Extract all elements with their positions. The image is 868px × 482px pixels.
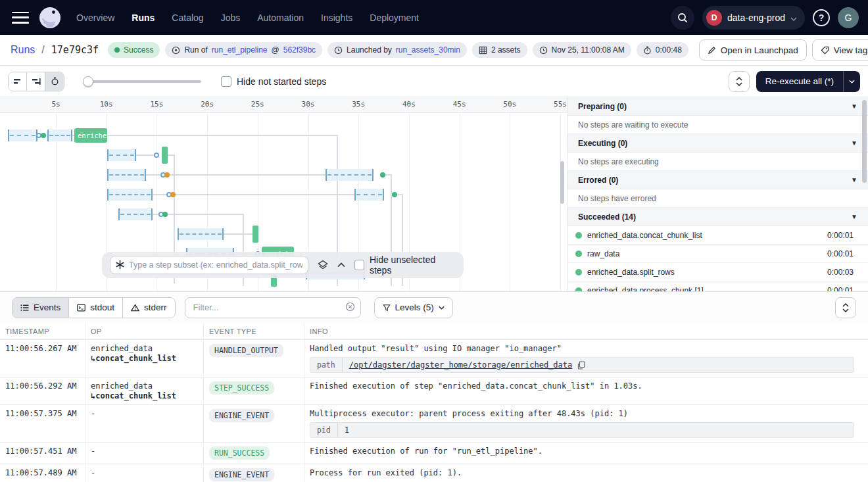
duration-tag: 0:00:48 xyxy=(637,42,688,58)
gantt-orange-dot xyxy=(164,172,170,178)
section-preparing[interactable]: Preparing (0) ▼ xyxy=(567,97,868,116)
tab-stderr[interactable]: stderr xyxy=(123,298,175,318)
event-log-row[interactable]: 11:00:56.267 AM enriched_data ↳concat_ch… xyxy=(0,340,868,377)
nav-item-overview[interactable]: Overview xyxy=(76,12,114,23)
op-parent: - xyxy=(91,468,198,477)
gantt-green-dot xyxy=(380,172,385,178)
nav-item-catalog[interactable]: Catalog xyxy=(172,12,203,23)
run-duration: 0:00:48 xyxy=(656,45,682,55)
hide-not-started-checkbox-row[interactable]: Hide not started steps xyxy=(221,76,326,87)
gantt-pending-bar[interactable] xyxy=(107,189,153,201)
event-info-text: Finished execution of run for "run_etl_p… xyxy=(310,446,863,456)
op-selector-icon xyxy=(115,260,125,272)
collapse-overlay-icon[interactable] xyxy=(337,262,345,268)
scroll-jump-button[interactable] xyxy=(835,297,856,318)
step-row[interactable]: enriched_data.concat_chunk_list 0:00:01 xyxy=(567,226,868,245)
section-title: Errored (0) xyxy=(578,176,618,185)
gantt-chart: 5s10s15s20s25s30s35s40s45s50s55s enriche… xyxy=(0,97,567,291)
gantt-step-bar[interactable] xyxy=(253,226,258,243)
hide-unselected-checkbox[interactable] xyxy=(354,260,364,270)
search-button[interactable] xyxy=(671,6,694,30)
event-log-row[interactable]: 11:00:57.451 AM - RUN_SUCCESS Finished e… xyxy=(0,443,868,464)
view-mode-timed-button[interactable] xyxy=(45,72,64,91)
assets-tag[interactable]: 2 assets xyxy=(472,42,527,58)
chevron-down-icon: ▼ xyxy=(851,213,857,220)
copy-icon[interactable] xyxy=(577,361,585,370)
nav-item-automation[interactable]: Automation xyxy=(257,12,304,23)
open-in-launchpad-button[interactable]: Open in Launchpad xyxy=(699,39,807,60)
event-type-cell: ENGINE_EVENT xyxy=(204,405,304,442)
gantt-pending-bar[interactable] xyxy=(354,189,384,201)
reexecute-all-button[interactable]: Re-execute all (*) xyxy=(756,71,860,92)
tab-events[interactable]: Events xyxy=(12,298,69,318)
user-avatar[interactable]: G xyxy=(838,7,859,28)
gantt-zoom-slider[interactable] xyxy=(83,76,201,87)
view-mode-flat-button[interactable] xyxy=(9,72,27,91)
panel-scrollbar-thumb[interactable] xyxy=(862,100,867,183)
event-log-row[interactable]: 11:00:57.489 AM - ENGINE_EVENT Process f… xyxy=(0,464,868,482)
breadcrumb-separator: / xyxy=(41,44,44,56)
gantt-pending-bar[interactable] xyxy=(118,208,153,220)
reexecute-menu-caret[interactable] xyxy=(843,71,860,92)
step-name: enriched_data.split_rows xyxy=(587,268,822,277)
nav-item-insights[interactable]: Insights xyxy=(321,12,352,23)
success-dot-icon xyxy=(575,232,582,239)
view-tags-config-button[interactable]: View tags and config xyxy=(812,39,868,60)
job-link[interactable]: run_etl_pipeline xyxy=(212,45,268,55)
menu-icon[interactable] xyxy=(12,12,29,24)
gantt-pending-bar[interactable] xyxy=(107,149,136,161)
slider-knob[interactable] xyxy=(83,76,93,87)
section-executing[interactable]: Executing (0) ▼ xyxy=(567,134,868,153)
nav-item-runs[interactable]: Runs xyxy=(132,12,155,23)
gantt-pending-bar[interactable] xyxy=(8,130,37,141)
levels-filter-button[interactable]: Levels (5) xyxy=(374,297,453,318)
help-button[interactable]: ? xyxy=(813,9,830,26)
metadata-key: path xyxy=(310,358,343,372)
filter-input[interactable] xyxy=(185,297,361,318)
gantt-scrollbar-thumb[interactable] xyxy=(560,161,564,204)
tab-stdout-label: stdout xyxy=(90,302,114,312)
event-log-row[interactable]: 11:00:56.292 AM enriched_data ↳concat_ch… xyxy=(0,377,868,405)
gantt-step-bar[interactable] xyxy=(162,147,168,164)
gantt-pending-bar[interactable] xyxy=(107,169,146,181)
section-errored[interactable]: Errored (0) ▼ xyxy=(567,171,868,189)
event-op: enriched_data ↳concat_chunk_list xyxy=(85,377,204,404)
axis-tick-label: 5s xyxy=(51,100,60,108)
step-name: enriched_data.concat_chunk_list xyxy=(587,231,822,240)
gantt-green-dot xyxy=(41,133,46,138)
hide-not-started-checkbox[interactable] xyxy=(221,76,231,87)
workspace-switcher[interactable]: D data-eng-prod xyxy=(702,6,805,30)
schedule-link[interactable]: run_assets_30min xyxy=(396,45,460,55)
section-empty-text: No steps have errored xyxy=(567,189,868,208)
gantt-pending-bar[interactable] xyxy=(326,169,374,181)
nav-item-jobs[interactable]: Jobs xyxy=(221,12,241,23)
op-child: ↳concat_chunk_list xyxy=(91,354,198,363)
nav-item-deployment[interactable]: Deployment xyxy=(370,12,419,23)
step-duration: 0:00:01 xyxy=(827,249,854,258)
section-succeeded[interactable]: Succeeded (14) ▼ xyxy=(567,208,868,226)
hide-unselected-checkbox-row[interactable]: Hide unselected steps xyxy=(354,254,456,276)
tab-stdout[interactable]: stdout xyxy=(69,298,123,318)
metadata-path-link[interactable]: /opt/dagster/dagster_home/storage/enrich… xyxy=(349,360,573,370)
step-row[interactable]: enriched_data.process_chunk [1] 0:00:01 xyxy=(567,281,868,291)
view-mode-waterfall-button[interactable] xyxy=(27,72,45,91)
gantt-pending-bar[interactable] xyxy=(178,228,224,240)
step-subset-input[interactable] xyxy=(110,256,308,274)
commit-link[interactable]: 562f39bc xyxy=(283,45,316,55)
gantt-step-bar[interactable]: enriche. xyxy=(74,128,107,143)
step-name: enriched_data.process_chunk [1] xyxy=(587,286,822,292)
axis-tick-label: 15s xyxy=(150,100,163,108)
step-row[interactable]: raw_data 0:00:01 xyxy=(567,245,868,263)
layers-icon[interactable] xyxy=(318,260,328,270)
event-op: - xyxy=(85,405,204,442)
event-info-text: Finished execution of step "enriched_dat… xyxy=(310,381,863,391)
event-log-row[interactable]: 11:00:57.375 AM - ENGINE_EVENT Multiproc… xyxy=(0,405,868,443)
breadcrumb-runs-link[interactable]: Runs xyxy=(11,44,35,56)
pencil-icon xyxy=(708,46,716,55)
expand-collapse-panels-button[interactable] xyxy=(729,71,750,92)
clear-filter-icon[interactable] xyxy=(345,302,355,314)
metadata-value: 1 xyxy=(338,425,356,435)
step-row[interactable]: enriched_data.split_rows 0:00:03 xyxy=(567,263,868,281)
gantt-pending-bar[interactable] xyxy=(47,130,72,141)
dagster-logo[interactable] xyxy=(38,6,62,30)
